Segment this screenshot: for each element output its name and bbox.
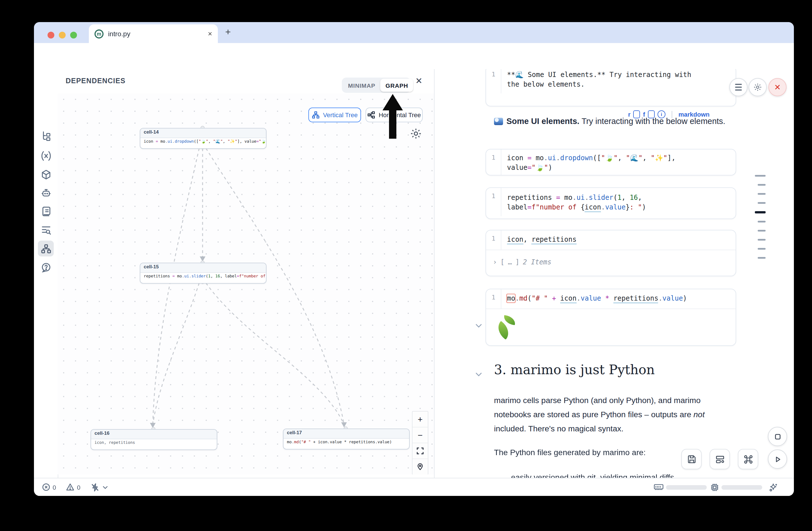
- helper-sidebar: [34, 69, 58, 478]
- screen: m intro.py × + i localhost:2718 Guest: [0, 0, 812, 531]
- sidebar-item-file-explorer[interactable]: [38, 128, 54, 144]
- minimap-line[interactable]: [755, 175, 766, 177]
- error-circle-icon: [42, 483, 50, 491]
- node-title: cell-14: [140, 129, 266, 138]
- sidebar-item-logs[interactable]: [38, 203, 54, 219]
- horizontal-tree-button[interactable]: Horizontal Tree: [365, 107, 423, 122]
- memory-usage[interactable]: [654, 483, 707, 491]
- tab-graph[interactable]: GRAPH: [380, 79, 414, 92]
- maximize-window-button[interactable]: [70, 32, 77, 39]
- dependencies-header: DEPENDENCIES MINIMAP GRAPH ✕: [58, 69, 434, 94]
- cell-slider[interactable]: 1 repetitions = mo.ui.slider(1, 16, labe…: [485, 187, 736, 219]
- marimo-favicon: m: [95, 29, 104, 38]
- locate-pin-icon[interactable]: [412, 459, 428, 474]
- cell-dropdown[interactable]: 1 icon = mo.ui.dropdown(["🍃", "🌊", "✨"],…: [485, 149, 736, 175]
- sparkles-icon: [768, 483, 778, 492]
- minimap-line[interactable]: [758, 230, 766, 231]
- tree-viewer-output[interactable]: › [ … ] 2 Items: [486, 250, 736, 266]
- sidebar-item-packages[interactable]: [38, 167, 54, 182]
- minimap-line[interactable]: [758, 257, 766, 259]
- minimize-window-button[interactable]: [59, 32, 66, 39]
- code-line[interactable]: icon = mo.ui.dropdown(["🍃", "🌊", "✨"],: [507, 154, 676, 163]
- collapse-chevron-icon[interactable]: [475, 321, 483, 329]
- graph-settings-icon[interactable]: [410, 127, 422, 140]
- expand-chevron[interactable]: ›: [493, 258, 497, 266]
- horizontal-tree-label: Horizontal Tree: [379, 112, 421, 118]
- view-toggle: MINIMAP GRAPH: [342, 77, 411, 93]
- graph-node-cell-15[interactable]: cell-15 repetitions = mo.ui.slider(1, 16…: [140, 263, 266, 284]
- code-line[interactable]: the below elements.: [507, 80, 691, 89]
- memory-bar: [666, 485, 707, 489]
- bracket: [: [500, 258, 504, 266]
- play-icon: [774, 456, 781, 463]
- sidebar-item-ai-assistant[interactable]: [38, 185, 54, 201]
- line-number: 1: [486, 289, 501, 308]
- warnings-indicator[interactable]: 0: [66, 483, 81, 491]
- cell-markdown[interactable]: 1 **🌊 Some UI elements.** Try interactin…: [485, 69, 736, 106]
- section-chevron-icon[interactable]: [475, 370, 483, 378]
- minimap-line[interactable]: [758, 248, 766, 250]
- layout-button[interactable]: [710, 449, 730, 469]
- save-icon: [687, 454, 696, 464]
- code-line[interactable]: value="🍃"): [507, 163, 676, 173]
- sidebar-item-help[interactable]: [38, 259, 54, 275]
- notebook-settings-button[interactable]: [749, 78, 767, 96]
- new-tab-button[interactable]: +: [225, 27, 231, 38]
- zoom-in-button[interactable]: +: [412, 412, 428, 427]
- tab-minimap[interactable]: MINIMAP: [343, 79, 380, 92]
- minimap-line[interactable]: [758, 193, 766, 195]
- cpu-usage[interactable]: [710, 483, 762, 492]
- graph-edges: [58, 94, 434, 474]
- graph-node-cell-17[interactable]: cell-17 mo.md("# " + icon.value * repeti…: [283, 429, 410, 449]
- zoom-out-button[interactable]: −: [412, 427, 428, 443]
- autorun-toggle[interactable]: [90, 483, 108, 492]
- shortcuts-button[interactable]: [738, 449, 758, 469]
- output-bold-text: Some UI elements.: [506, 117, 579, 126]
- notebook-menu-button[interactable]: [729, 78, 748, 96]
- node-code: icon, repetitions: [91, 439, 217, 449]
- vertical-tree-icon: [312, 111, 320, 119]
- shutdown-button[interactable]: ✕: [768, 78, 786, 96]
- ellipsis: …: [508, 258, 512, 266]
- sidebar-item-variables[interactable]: [38, 148, 54, 163]
- browser-toolbar: i localhost:2718 Guest: [34, 43, 794, 69]
- close-panel-icon[interactable]: ✕: [415, 76, 422, 86]
- ai-sparkle-button[interactable]: [768, 483, 778, 492]
- markdown-output: Some UI elements. Try interacting with t…: [494, 117, 725, 126]
- run-button[interactable]: [768, 449, 787, 469]
- bracket: ]: [515, 258, 519, 266]
- code-line[interactable]: **🌊 Some UI elements.** Try interacting …: [507, 70, 691, 80]
- node-title: cell-16: [91, 430, 217, 439]
- leaf-emoji-output: [494, 315, 520, 339]
- notebook-panel: 1 **🌊 Some UI elements.** Try interactin…: [434, 69, 794, 478]
- code-line[interactable]: label=f"number of {icon.value}: "): [507, 203, 646, 212]
- section-paragraph-clipped: easily versioned with git, yielding mini…: [511, 471, 733, 478]
- dependency-graph-canvas[interactable]: Vertical Tree Horizontal Tree cell-14 ic…: [58, 94, 434, 474]
- save-button[interactable]: [681, 449, 702, 469]
- tab-close-icon[interactable]: ×: [208, 29, 212, 38]
- code-line[interactable]: icon, repetitions: [507, 235, 577, 245]
- minimap-line[interactable]: [755, 211, 766, 213]
- minimap-line[interactable]: [758, 221, 766, 223]
- cell-tuple[interactable]: 1 icon, repetitions › [ … ] 2 Items: [485, 230, 736, 276]
- graph-node-cell-14[interactable]: cell-14 icon = mo.ui.dropdown(["🍃", "🌊",…: [140, 128, 266, 149]
- sidebar-item-snippets[interactable]: [38, 222, 54, 238]
- paragraph-text: marimo cells parse Python (and only Pyth…: [494, 396, 700, 419]
- minimap-line[interactable]: [758, 202, 766, 204]
- fit-view-icon[interactable]: [412, 443, 428, 459]
- errors-indicator[interactable]: 0: [42, 483, 56, 491]
- code-line[interactable]: mo.md("# " + icon.value * repetitions.va…: [507, 294, 687, 303]
- vertical-tree-button[interactable]: Vertical Tree: [308, 107, 361, 122]
- minimap-line[interactable]: [758, 184, 766, 186]
- cell-momd[interactable]: 1 mo.md("# " + icon.value * repetitions.…: [485, 289, 736, 346]
- code-line[interactable]: repetitions = mo.ui.slider(1, 16,: [507, 193, 646, 203]
- browser-tab[interactable]: m intro.py ×: [89, 24, 218, 43]
- browser-window: m intro.py × + i localhost:2718 Guest: [34, 22, 794, 496]
- graph-node-cell-16[interactable]: cell-16 icon, repetitions: [90, 429, 217, 450]
- node-code: repetitions = mo.ui.slider(1, 16, label=…: [140, 273, 266, 283]
- sidebar-item-dependencies[interactable]: [38, 241, 54, 256]
- stop-button[interactable]: [768, 427, 787, 446]
- close-window-button[interactable]: [47, 32, 54, 39]
- line-number: 1: [486, 149, 501, 175]
- minimap-line[interactable]: [758, 239, 766, 241]
